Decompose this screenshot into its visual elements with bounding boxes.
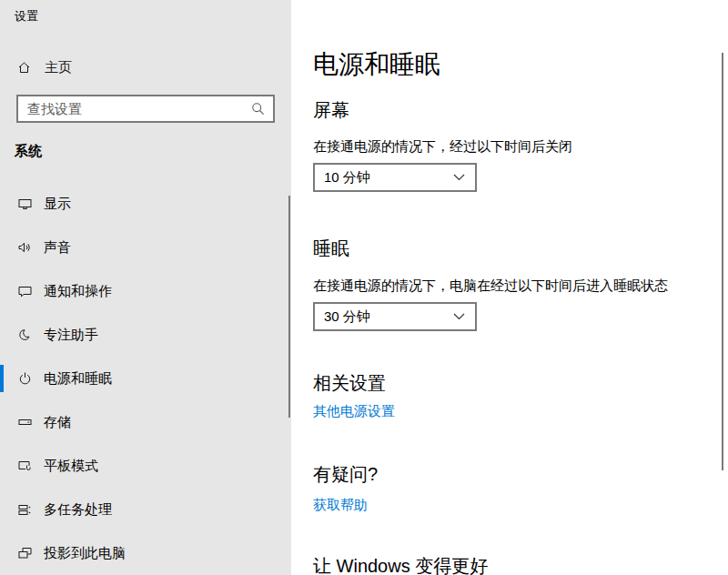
sleep-section-title: 睡眠 bbox=[313, 237, 349, 261]
main-scrollbar[interactable] bbox=[722, 53, 723, 470]
sidebar-item-home[interactable]: 主页 bbox=[0, 51, 291, 84]
focus-assist-icon bbox=[16, 328, 33, 342]
sidebar-item-focus-assist[interactable]: 专注助手 bbox=[0, 317, 291, 353]
sidebar-item-label: 显示 bbox=[44, 196, 71, 213]
sidebar-scrollbar[interactable] bbox=[288, 196, 290, 418]
storage-icon bbox=[16, 415, 33, 429]
sidebar-item-project[interactable]: 投影到此电脑 bbox=[0, 535, 291, 571]
search-box bbox=[16, 95, 275, 123]
tablet-mode-icon bbox=[16, 459, 33, 473]
dropdown-value: 30 分钟 bbox=[324, 308, 370, 326]
chevron-down-icon bbox=[453, 313, 465, 320]
sidebar: 设置 主页 系统 显示 bbox=[0, 0, 291, 575]
sidebar-item-label: 电源和睡眠 bbox=[44, 370, 112, 388]
project-icon bbox=[16, 546, 33, 560]
settings-window: 设置 主页 系统 显示 bbox=[0, 0, 728, 575]
sidebar-item-sound[interactable]: 声音 bbox=[0, 229, 291, 266]
sidebar-item-notifications[interactable]: 通知和操作 bbox=[0, 273, 291, 309]
sidebar-item-label: 投影到此电脑 bbox=[44, 545, 126, 562]
sidebar-item-label: 主页 bbox=[45, 59, 72, 76]
power-icon bbox=[16, 371, 33, 386]
page-title: 电源和睡眠 bbox=[313, 47, 440, 82]
sleep-section-description: 在接通电源的情况下，电脑在经过以下时间后进入睡眠状态 bbox=[313, 277, 668, 295]
feedback-section-title: 让 Windows 变得更好 bbox=[313, 554, 488, 575]
sidebar-item-label: 专注助手 bbox=[44, 327, 98, 344]
screen-section-title: 屏幕 bbox=[313, 98, 349, 123]
get-help-link[interactable]: 获取帮助 bbox=[313, 497, 368, 514]
sidebar-section-system: 系统 bbox=[15, 143, 42, 160]
sidebar-item-power-sleep[interactable]: 电源和睡眠 bbox=[0, 360, 291, 397]
sidebar-item-storage[interactable]: 存储 bbox=[0, 404, 291, 440]
window-title: 设置 bbox=[15, 8, 38, 25]
sidebar-item-display[interactable]: 显示 bbox=[0, 186, 291, 222]
related-settings-title: 相关设置 bbox=[313, 371, 386, 396]
chevron-down-icon bbox=[453, 174, 465, 181]
sidebar-item-label: 通知和操作 bbox=[44, 283, 112, 300]
selected-accent-bar bbox=[0, 365, 4, 392]
search-icon bbox=[251, 102, 265, 116]
main-content: 电源和睡眠 屏幕 在接通电源的情况下，经过以下时间后关闭 10 分钟 睡眠 在接… bbox=[291, 0, 728, 575]
notifications-icon bbox=[16, 284, 33, 298]
sidebar-item-label: 多任务处理 bbox=[44, 501, 112, 519]
additional-power-settings-link[interactable]: 其他电源设置 bbox=[313, 403, 395, 420]
sound-icon bbox=[16, 240, 33, 255]
screen-section-description: 在接通电源的情况下，经过以下时间后关闭 bbox=[313, 138, 572, 156]
sidebar-item-label: 存储 bbox=[44, 414, 71, 431]
help-section-title: 有疑问? bbox=[313, 462, 378, 487]
sidebar-item-label: 声音 bbox=[44, 239, 71, 257]
display-icon bbox=[16, 197, 33, 211]
search-input[interactable] bbox=[18, 96, 251, 121]
home-icon bbox=[16, 60, 32, 75]
dropdown-value: 10 分钟 bbox=[324, 169, 370, 187]
sleep-timeout-dropdown[interactable]: 30 分钟 bbox=[313, 302, 477, 331]
sidebar-item-multitasking[interactable]: 多任务处理 bbox=[0, 491, 291, 528]
multitasking-icon bbox=[16, 502, 33, 517]
sidebar-item-label: 平板模式 bbox=[44, 458, 98, 475]
screen-timeout-dropdown[interactable]: 10 分钟 bbox=[313, 163, 477, 192]
sidebar-item-tablet-mode[interactable]: 平板模式 bbox=[0, 448, 291, 484]
